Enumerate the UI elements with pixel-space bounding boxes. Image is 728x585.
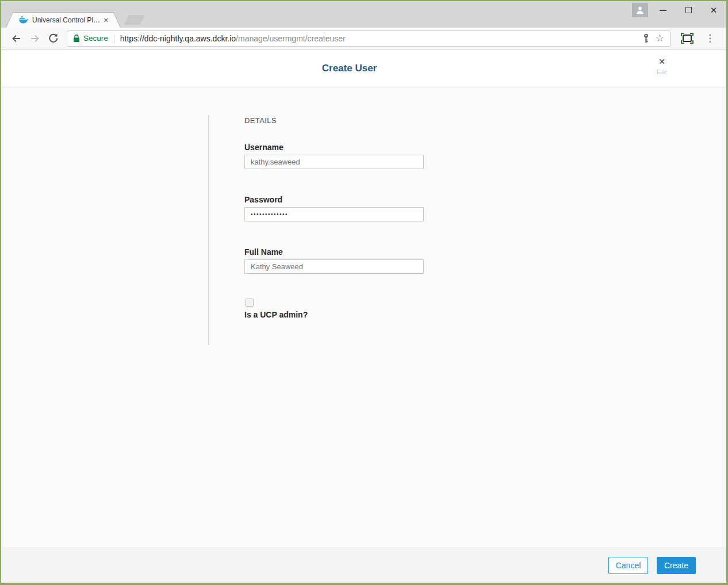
tab-close-icon[interactable]: ✕ [104,17,109,24]
cancel-button[interactable]: Cancel [608,557,648,574]
url-text[interactable]: https://ddc-nightly.qa.aws.dckr.io/manag… [120,34,346,43]
username-input[interactable] [244,155,424,169]
url-host: https://ddc-nightly.qa.aws.dckr.io [120,34,236,43]
maximize-icon [685,7,692,13]
docker-whale-favicon-icon [19,16,29,24]
bookmark-star-icon[interactable]: ☆ [656,33,664,43]
profile-avatar-button[interactable] [632,3,648,17]
esc-hint-label: Esc [657,68,667,75]
ucp-admin-label: Is a UCP admin? [244,310,308,319]
titlebar: Universal Control Plane ✕ ✕ [1,1,726,28]
url-path: /manage/usermgmt/createuser [236,34,346,43]
section-divider-line [208,115,209,345]
forward-button[interactable] [29,33,40,44]
browser-window: Universal Control Plane ✕ ✕ [0,0,728,585]
new-tab-button[interactable] [124,15,145,25]
tab-title: Universal Control Plane [32,16,101,24]
browser-tab[interactable]: Universal Control Plane ✕ [6,12,121,28]
navigation-toolbar: Secure https://ddc-nightly.qa.aws.dckr.i… [1,28,726,49]
ucp-admin-checkbox[interactable] [246,299,254,307]
omnibox-divider [114,34,114,43]
maximize-button[interactable] [676,1,701,19]
screen-capture-extension-icon[interactable] [681,33,693,44]
fullname-label: Full Name [244,247,283,257]
reload-button[interactable] [47,33,59,44]
browser-tab-inner[interactable]: Universal Control Plane ✕ [6,13,120,28]
create-button[interactable]: Create [657,557,696,574]
url-bar[interactable]: Secure https://ddc-nightly.qa.aws.dckr.i… [67,30,670,47]
modal-close-button[interactable]: ✕ Esc [650,57,673,75]
window-close-button[interactable]: ✕ [701,1,726,19]
page-title: Create User [322,63,377,74]
create-user-page: Create User ✕ Esc DETAILS Username Passw… [1,49,726,583]
password-input[interactable] [244,207,424,221]
lock-icon [73,34,80,43]
minimize-button[interactable] [650,1,676,19]
person-icon [635,6,645,14]
window-close-icon: ✕ [710,6,718,14]
modal-footer: Cancel Create [1,548,726,583]
close-icon: ✕ [658,57,665,67]
username-label: Username [244,143,283,152]
saved-password-key-icon[interactable] [642,33,650,44]
window-controls: ✕ [650,1,726,19]
details-section-heading: DETAILS [244,116,277,125]
chrome-menu-icon[interactable]: ⋮ [705,33,715,43]
secure-label[interactable]: Secure [83,34,108,43]
minimize-icon [660,10,666,11]
capture-frame-icon [683,35,692,42]
modal-header: Create User ✕ Esc [1,49,726,87]
password-label: Password [244,195,282,204]
fullname-input[interactable] [244,259,424,274]
back-button[interactable] [10,33,22,44]
form-body: DETAILS Username Password Full Name Is a… [1,87,726,548]
